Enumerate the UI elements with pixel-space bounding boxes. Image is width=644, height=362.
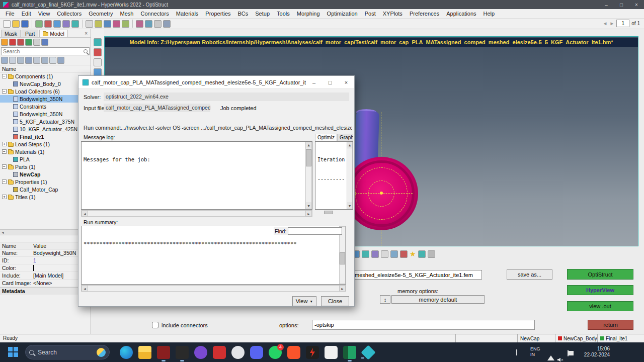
brave-icon[interactable] xyxy=(287,346,300,359)
toolbar-icon[interactable] xyxy=(154,20,162,28)
tree-item-newcap-body[interactable]: NewCap_Body_0 xyxy=(0,80,91,87)
tree-item-pla[interactable]: PLA xyxy=(0,155,91,163)
tree-item-final-ite1[interactable]: Final_ite1 xyxy=(0,133,91,140)
browser-icon[interactable] xyxy=(33,39,40,46)
whatsapp-icon[interactable]: 4 xyxy=(269,346,282,359)
volume-muted-icon[interactable]: × xyxy=(557,350,564,362)
tree-item-5kgf-actuator[interactable]: 5_KGF_Actuator_375N xyxy=(0,118,91,125)
message-log-box[interactable]: Messages for the job: *** ERROR # 15 ***… xyxy=(81,141,312,210)
tab-model[interactable]: Model xyxy=(39,30,68,37)
browser-icon[interactable] xyxy=(9,57,16,64)
tree-item-calf-motor-cap[interactable]: Calf_Motor_Cap xyxy=(0,186,91,193)
excel-icon[interactable] xyxy=(343,346,356,359)
page-number-input[interactable] xyxy=(616,20,629,27)
view-control-icon[interactable] xyxy=(390,250,398,258)
splitter-handle[interactable] xyxy=(324,211,333,214)
dialog-maximize-icon[interactable]: □ xyxy=(322,79,338,85)
metadata-section[interactable]: Metadata xyxy=(0,287,91,295)
tree-item-properties[interactable]: − Properties (1) xyxy=(0,178,91,186)
menu-item[interactable]: Connectors xyxy=(137,10,172,18)
hyperworks-icon[interactable] xyxy=(361,345,375,359)
toolbar-icon[interactable] xyxy=(122,20,129,28)
menu-item[interactable]: Tools xyxy=(273,10,293,18)
tree-horizontal-scrollbar[interactable]: ◄ ► xyxy=(0,229,91,235)
browser-icon[interactable] xyxy=(1,57,8,64)
status-cell-loadcol[interactable]: Final_ite1 xyxy=(597,334,635,342)
menu-item[interactable]: View xyxy=(35,10,54,18)
notes-app-icon[interactable] xyxy=(325,346,338,359)
options-input[interactable] xyxy=(312,320,535,330)
toolbar-icon[interactable] xyxy=(62,20,70,28)
tree-item-bodyweight-350n-2[interactable]: Bodyweight_350N xyxy=(0,110,91,118)
status-cell-part[interactable]: NewCap xyxy=(517,334,555,342)
include-connectors-checkbox[interactable] xyxy=(152,322,158,328)
browser-icon[interactable] xyxy=(25,57,32,64)
menu-item[interactable]: File xyxy=(2,10,18,18)
browser-icon[interactable] xyxy=(57,57,64,64)
tree-item-materials[interactable]: − Materials (1) xyxy=(0,148,91,155)
wifi-icon[interactable] xyxy=(547,350,554,362)
save-as-button[interactable]: save as... xyxy=(507,269,552,280)
scrollbar-thumb[interactable] xyxy=(340,252,345,264)
browser-icon[interactable] xyxy=(33,57,40,64)
menu-item[interactable]: Help xyxy=(480,10,499,18)
menu-item[interactable]: Post xyxy=(361,10,379,18)
toolbar-icon[interactable] xyxy=(113,20,120,28)
return-button[interactable]: return xyxy=(588,320,633,330)
tree-item-parts[interactable]: − Parts (1) xyxy=(0,163,91,170)
g-app-icon[interactable] xyxy=(231,346,245,359)
tree-item-10kgf-actuator[interactable]: 10_KGF_Actuator_425N xyxy=(0,125,91,133)
minimize-icon[interactable]: – xyxy=(599,2,614,8)
favorites-star-icon[interactable]: ★ xyxy=(410,250,416,258)
toolbar-icon[interactable] xyxy=(145,20,152,28)
menu-item[interactable]: Collectors xyxy=(53,10,85,18)
view-control-icon[interactable] xyxy=(371,250,379,258)
nav-forward-icon[interactable]: ► xyxy=(609,21,614,26)
maximize-icon[interactable]: □ xyxy=(614,2,629,8)
start-button[interactable] xyxy=(8,347,18,357)
memory-default-button[interactable]: memory default xyxy=(391,295,485,304)
language-indicator[interactable]: ENGIN xyxy=(530,346,540,362)
menu-item[interactable]: Properties xyxy=(202,10,234,18)
view-control-icon[interactable] xyxy=(362,250,369,258)
view-dropdown-button[interactable]: View▼ xyxy=(292,296,316,306)
dialog-close-icon[interactable]: × xyxy=(338,79,354,85)
scroll-left-icon[interactable]: ◄ xyxy=(1,231,5,234)
tab-mask[interactable]: Mask xyxy=(1,30,21,37)
hyperview-button[interactable]: HyperView xyxy=(567,285,633,295)
edge-icon[interactable] xyxy=(120,346,133,359)
file-explorer-icon[interactable] xyxy=(138,346,151,359)
menu-item[interactable]: Applications xyxy=(443,10,479,18)
adobe-icon[interactable] xyxy=(213,346,226,359)
menu-item[interactable]: Morphing xyxy=(293,10,324,18)
status-cell-component[interactable]: NewCap_Body_0 xyxy=(555,334,597,342)
utility-icon[interactable] xyxy=(306,346,319,359)
collapse-icon[interactable]: − xyxy=(2,149,7,154)
tab-close-icon[interactable]: × xyxy=(83,31,90,36)
menu-item[interactable]: BCs xyxy=(234,10,252,18)
new-file-icon[interactable] xyxy=(3,20,11,28)
scroll-up-icon[interactable]: ▲ xyxy=(347,142,353,148)
scroll-down-icon[interactable]: ▼ xyxy=(347,203,353,209)
tab-graph[interactable]: Graph xyxy=(337,134,353,141)
tree-item-load-steps[interactable]: + Load Steps (1) xyxy=(0,140,91,148)
hyperworks-2022-icon[interactable] xyxy=(176,346,189,359)
view-control-icon[interactable] xyxy=(418,250,426,258)
side-toolbar-icon[interactable] xyxy=(94,58,102,66)
toolbar-icon[interactable] xyxy=(86,20,93,28)
dialog-title-bar[interactable]: calf_motor_cap_PLA_MATassigned_comped_me… xyxy=(78,76,354,89)
scroll-right-icon[interactable]: ► xyxy=(339,285,346,292)
tree-item-load-collectors[interactable]: − Load Collectors (6) xyxy=(0,87,91,95)
tree-item-bodyweight-350n[interactable]: Bodyweight_350N xyxy=(0,95,91,103)
menu-item[interactable]: Materials xyxy=(173,10,202,18)
close-icon[interactable]: × xyxy=(629,2,644,8)
menu-item[interactable]: Preferences xyxy=(406,10,443,18)
save-file-icon[interactable] xyxy=(21,20,29,28)
input-file-field[interactable] xyxy=(352,270,482,280)
scroll-up-icon[interactable]: ▲ xyxy=(305,142,312,148)
close-button[interactable]: Close xyxy=(321,296,349,306)
run-summary-hscrollbar[interactable]: ◄ ► xyxy=(81,285,346,292)
menu-item[interactable]: Setup xyxy=(252,10,273,18)
collapse-icon[interactable]: − xyxy=(2,164,7,169)
memory-toggle-button[interactable]: ↕ xyxy=(380,295,390,304)
